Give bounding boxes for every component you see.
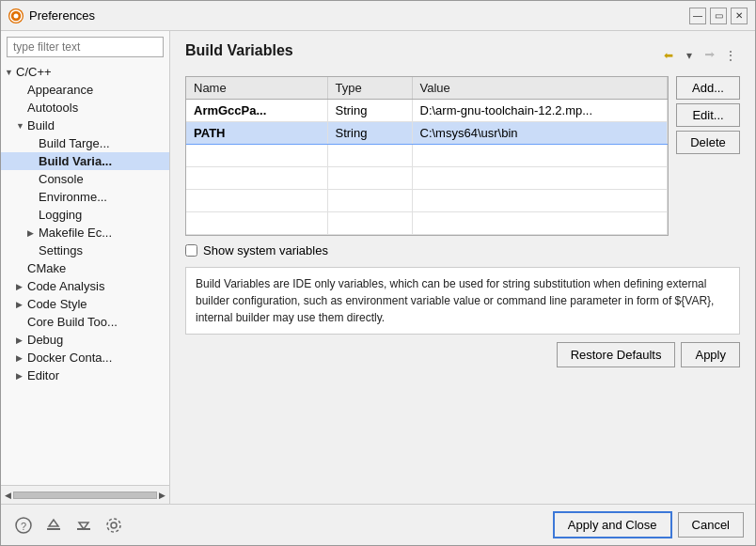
sidebar-item-label: Environme... — [39, 190, 107, 204]
sidebar-item-label: Appearance — [27, 83, 93, 97]
add-button[interactable]: Add... — [676, 76, 740, 100]
sidebar-item-build-targets[interactable]: Build Targe... — [1, 134, 169, 152]
bottom-bar: ? Apply and Close Cancel — [1, 504, 755, 545]
sidebar-item-docker[interactable]: ▶ Docker Conta... — [1, 349, 169, 367]
filter-input[interactable] — [7, 37, 164, 57]
table-toolbar: Name Type Value ArmGccPa... String D:\ar… — [185, 76, 740, 236]
expand-arrow-debug: ▶ — [16, 335, 25, 345]
expand-arrow-makefile: ▶ — [27, 228, 37, 238]
sidebar-item-label: Core Build Too... — [27, 315, 118, 329]
restore-defaults-button[interactable]: Restore Defaults — [557, 342, 676, 367]
variables-table: Name Type Value ArmGccPa... String D:\ar… — [186, 77, 668, 235]
sidebar-item-build[interactable]: ▼ Build — [1, 117, 169, 134]
sidebar-item-cmake[interactable]: CMake — [1, 259, 169, 277]
sidebar-item-build-variables[interactable]: Build Varia... — [1, 152, 169, 170]
expand-arrow-cpp: ▼ — [5, 68, 14, 77]
svg-rect-4 — [47, 528, 60, 530]
sidebar-item-label: Build Varia... — [39, 154, 112, 168]
main-bottom-buttons: Restore Defaults Apply — [185, 342, 740, 367]
sidebar-item-code-analysis[interactable]: ▶ Code Analysis — [1, 277, 169, 295]
cancel-button[interactable]: Cancel — [678, 512, 744, 538]
sidebar-item-autotools[interactable]: Autotools — [1, 99, 169, 117]
title-bar-controls: — ▭ ✕ — [689, 8, 748, 24]
settings-icon-button[interactable] — [102, 514, 125, 537]
sidebar-item-label: Settings — [39, 243, 83, 257]
expand-arrow-build: ▼ — [16, 121, 25, 131]
sidebar-item-console[interactable]: Console — [1, 170, 169, 188]
edit-button[interactable]: Edit... — [676, 103, 740, 127]
import-icon-button[interactable] — [42, 514, 65, 537]
app-icon — [8, 8, 24, 23]
description-box: Build Variables are IDE only variables, … — [185, 267, 740, 335]
svg-point-1 — [14, 13, 19, 18]
help-icon-button[interactable]: ? — [12, 514, 35, 537]
sidebar-item-label: Build — [27, 118, 55, 133]
sidebar-item-code-style[interactable]: ▶ Code Style — [1, 295, 169, 313]
horizontal-scrollbar[interactable] — [13, 491, 157, 499]
minimize-button[interactable]: — — [689, 8, 706, 24]
maximize-button[interactable]: ▭ — [710, 8, 727, 24]
sidebar-item-label: CMake — [27, 261, 66, 275]
sidebar-item-label: Docker Conta... — [27, 351, 112, 365]
table-row-empty2 — [186, 167, 668, 190]
scroll-left-icon[interactable]: ◀ — [5, 491, 11, 500]
delete-button[interactable]: Delete — [676, 131, 740, 154]
sidebar-item-debug[interactable]: ▶ Debug — [1, 331, 169, 349]
title-bar-left: Preferences — [8, 8, 95, 23]
col-name: Name — [186, 77, 327, 100]
row-type: String — [327, 100, 412, 122]
table-row[interactable]: PATH String C:\msys64\usr\bin — [186, 122, 668, 145]
row-value: D:\arm-gnu-toolchain-12.2.mp... — [412, 100, 668, 122]
expand-arrow-docker: ▶ — [16, 353, 25, 363]
show-system-variables-checkbox[interactable] — [185, 244, 197, 257]
nav-menu-icon[interactable]: ⋮ — [721, 46, 740, 65]
sidebar-item-label: Editor — [27, 368, 59, 382]
nav-icons: ⬅ ▾ ⮕ ⋮ — [659, 46, 740, 65]
svg-text:?: ? — [21, 520, 26, 531]
apply-button[interactable]: Apply — [681, 342, 740, 367]
tree-area: ▼ C/C++ Appearance Autotools ▼ Build — [1, 63, 169, 485]
sidebar: ▼ C/C++ Appearance Autotools ▼ Build — [1, 31, 170, 504]
sidebar-item-label: C/C++ — [16, 65, 52, 79]
sidebar-item-label: Autotools — [27, 101, 78, 115]
row-value: C:\msys64\usr\bin — [412, 122, 668, 145]
sidebar-item-label: Makefile Ec... — [39, 226, 112, 240]
sidebar-item-core-build-tools[interactable]: Core Build Too... — [1, 313, 169, 331]
sidebar-item-label: Debug — [27, 333, 63, 347]
nav-dropdown-icon[interactable]: ▾ — [680, 46, 699, 65]
sidebar-item-environment[interactable]: Environme... — [1, 188, 169, 206]
expand-arrow-code-style: ▶ — [16, 300, 25, 309]
description-text: Build Variables are IDE only variables, … — [196, 277, 714, 324]
nav-forward-icon[interactable]: ⮕ — [701, 46, 719, 65]
col-value: Value — [412, 77, 668, 100]
row-type: String — [327, 122, 412, 145]
sidebar-item-label: Build Targe... — [39, 136, 110, 150]
sidebar-item-makefile[interactable]: ▶ Makefile Ec... — [1, 224, 169, 242]
sidebar-item-logging[interactable]: Logging — [1, 206, 169, 224]
table-row-empty4 — [186, 212, 668, 235]
table-row[interactable]: ArmGccPa... String D:\arm-gnu-toolchain-… — [186, 100, 668, 122]
table-row-empty1 — [186, 145, 668, 167]
expand-arrow-editor: ▶ — [16, 371, 25, 381]
sidebar-item-cpp[interactable]: ▼ C/C++ — [1, 63, 169, 81]
apply-and-close-button[interactable]: Apply and Close — [553, 511, 672, 538]
close-button[interactable]: ✕ — [731, 8, 748, 24]
side-buttons: Add... Edit... Delete — [676, 76, 740, 154]
sidebar-item-editor[interactable]: ▶ Editor — [1, 367, 169, 384]
nav-back-icon[interactable]: ⬅ — [659, 46, 678, 65]
export-icon-button[interactable] — [72, 514, 95, 537]
window-title: Preferences — [29, 8, 95, 23]
row-name: ArmGccPa... — [186, 100, 327, 122]
bottom-right-buttons: Apply and Close Cancel — [553, 511, 744, 538]
title-bar: Preferences — ▭ ✕ — [1, 1, 755, 31]
sidebar-item-label: Console — [39, 172, 84, 186]
col-type: Type — [327, 77, 412, 100]
scroll-right-icon[interactable]: ▶ — [159, 491, 165, 500]
sidebar-item-settings[interactable]: Settings — [1, 242, 169, 259]
variables-table-container: Name Type Value ArmGccPa... String D:\ar… — [185, 76, 669, 236]
sidebar-item-appearance[interactable]: Appearance — [1, 81, 169, 99]
svg-marker-5 — [49, 520, 58, 526]
show-system-variables-label[interactable]: Show system variables — [203, 243, 328, 257]
panel-title: Build Variables — [185, 42, 293, 59]
main-panel: Build Variables ⬅ ▾ ⮕ ⋮ Name Type — [170, 31, 755, 504]
